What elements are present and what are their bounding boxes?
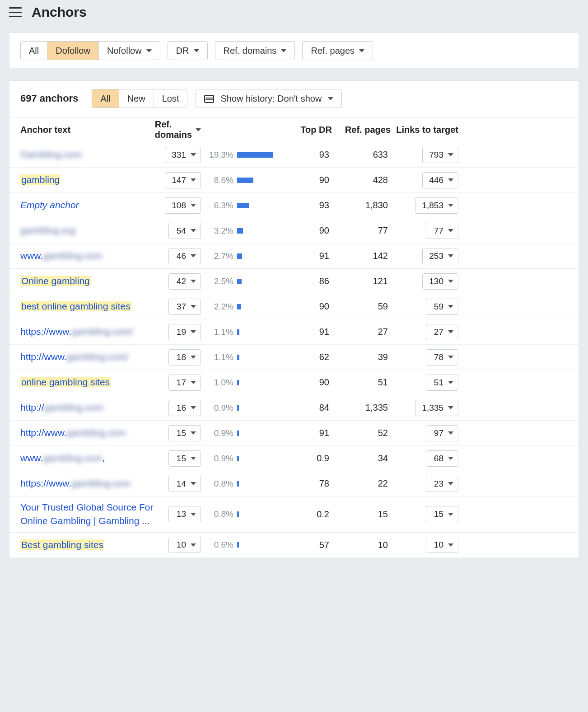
- refdomains-dropdown[interactable]: 13: [168, 506, 201, 522]
- anchor-text[interactable]: https://www.gambling.com/: [20, 326, 133, 337]
- chevron-down-icon: [448, 431, 453, 435]
- refdomains-dropdown[interactable]: 54: [168, 223, 201, 239]
- refdomains-cell: 147: [156, 172, 201, 188]
- links-cell: 793: [391, 147, 458, 163]
- links-dropdown[interactable]: 15: [426, 506, 458, 522]
- links-cell: 59: [391, 299, 458, 315]
- history-label: Show history: Don't show: [220, 94, 322, 104]
- links-dropdown[interactable]: 1,853: [415, 197, 458, 214]
- refdomains-dropdown[interactable]: 147: [165, 172, 201, 188]
- links-dropdown[interactable]: 77: [426, 223, 458, 239]
- chevron-down-icon: [448, 204, 453, 207]
- refdomains-dropdown[interactable]: 10: [168, 537, 201, 553]
- refdomains-dropdown[interactable]: 108: [165, 197, 201, 214]
- links-dropdown[interactable]: 793: [422, 147, 458, 163]
- refpages-value: 10: [332, 540, 391, 550]
- chevron-down-icon: [191, 229, 196, 232]
- links-dropdown[interactable]: 10: [426, 537, 458, 553]
- refdomains-value: 42: [177, 276, 186, 286]
- dr-filter-dropdown[interactable]: DR: [168, 41, 208, 60]
- follow-all-button[interactable]: All: [21, 42, 47, 60]
- anchor-text[interactable]: Gambling.com: [20, 149, 81, 159]
- refdomains-value: 10: [177, 540, 186, 550]
- anchor-text[interactable]: http://gambling.com: [20, 402, 103, 412]
- anchor-text[interactable]: www.gambling.com: [20, 250, 102, 261]
- links-dropdown[interactable]: 1,335: [415, 400, 458, 416]
- refdomains-cell: 15: [156, 425, 201, 441]
- refdomains-dropdown[interactable]: 14: [168, 476, 201, 492]
- col-anchor[interactable]: Anchor text: [20, 125, 156, 135]
- links-dropdown[interactable]: 97: [426, 425, 458, 441]
- table-row: online gambling sites171.0%905151: [9, 370, 579, 395]
- refdomains-bar: [237, 304, 282, 309]
- refdomains-dropdown[interactable]: 331: [165, 147, 201, 163]
- links-dropdown[interactable]: 68: [426, 450, 458, 467]
- refdomains-dropdown[interactable]: 42: [168, 273, 201, 290]
- group-new-button[interactable]: New: [119, 89, 154, 108]
- links-dropdown[interactable]: 23: [426, 476, 458, 492]
- menu-icon[interactable]: [9, 7, 22, 17]
- anchor-text[interactable]: Empty anchor: [20, 200, 79, 210]
- refdomains-dropdown[interactable]: 19: [168, 324, 201, 340]
- topdr-value: 0.2: [282, 509, 332, 520]
- refdomains-dropdown[interactable]: 15: [168, 450, 201, 467]
- refdomains-value: 108: [172, 201, 186, 211]
- links-dropdown[interactable]: 130: [422, 273, 458, 290]
- topdr-value: 90: [282, 175, 332, 185]
- chevron-down-icon: [191, 153, 196, 156]
- refdomains-dropdown[interactable]: 17: [168, 375, 201, 391]
- refdomains-value: 54: [177, 226, 186, 236]
- refdomains-bar: [237, 228, 282, 234]
- refdomains-dropdown[interactable]: 18: [168, 349, 201, 365]
- links-dropdown[interactable]: 78: [426, 349, 458, 365]
- links-dropdown[interactable]: 27: [426, 324, 458, 340]
- anchors-count: 697 anchors: [20, 93, 78, 104]
- links-cell: 23: [391, 476, 458, 492]
- col-refdomains[interactable]: Ref. domains: [156, 119, 201, 140]
- col-links[interactable]: Links to target: [391, 125, 458, 135]
- col-refpages[interactable]: Ref. pages: [332, 125, 391, 135]
- refdomains-value: 14: [177, 479, 186, 489]
- refdomains-pct: 1.1%: [201, 352, 237, 362]
- links-dropdown[interactable]: 59: [426, 299, 458, 315]
- refdomains-dropdown[interactable]: 46: [168, 248, 201, 264]
- refpages-filter-dropdown[interactable]: Ref. pages: [302, 41, 373, 60]
- refdomains-bar: [237, 431, 282, 436]
- anchor-text[interactable]: Your Trusted Global Source For Online Ga…: [20, 502, 154, 526]
- chevron-down-icon: [448, 543, 453, 547]
- refdomains-dropdown[interactable]: 16: [168, 400, 201, 416]
- refdomains-filter-dropdown[interactable]: Ref. domains: [215, 41, 295, 60]
- history-dropdown[interactable]: Show history: Don't show: [196, 89, 342, 108]
- anchor-cell: www.gambling.com: [20, 249, 156, 262]
- anchor-text[interactable]: https://www.gambling.com: [20, 478, 131, 488]
- refdomains-dropdown[interactable]: 37: [168, 299, 201, 315]
- follow-nofollow-button[interactable]: Nofollow: [98, 42, 160, 60]
- chevron-down-icon: [328, 97, 333, 100]
- anchor-text[interactable]: Online gambling: [20, 276, 91, 286]
- topdr-value: 62: [282, 352, 332, 362]
- anchor-text[interactable]: http://www.gambling.com/: [20, 351, 128, 362]
- chevron-down-icon: [448, 356, 453, 359]
- refdomains-pct: 0.6%: [201, 540, 237, 550]
- links-cell: 27: [391, 324, 458, 340]
- group-lost-button[interactable]: Lost: [154, 89, 187, 108]
- anchor-text[interactable]: best online gambling sites: [20, 301, 131, 311]
- links-dropdown[interactable]: 446: [422, 172, 458, 188]
- chevron-down-icon: [191, 406, 196, 409]
- links-dropdown[interactable]: 51: [426, 375, 458, 391]
- refdomains-dropdown[interactable]: 15: [168, 425, 201, 441]
- anchor-text[interactable]: www.gambling.com,: [20, 453, 105, 463]
- anchor-text[interactable]: online gambling sites: [20, 377, 111, 387]
- chevron-down-icon: [448, 330, 453, 333]
- group-all-button[interactable]: All: [92, 89, 118, 108]
- chevron-down-icon: [191, 280, 196, 283]
- anchor-text[interactable]: gambling: [20, 174, 61, 185]
- follow-dofollow-button[interactable]: Dofollow: [47, 42, 98, 60]
- anchor-text[interactable]: gambling.org: [20, 225, 75, 235]
- links-cell: 68: [391, 450, 458, 467]
- col-topdr[interactable]: Top DR: [282, 125, 332, 135]
- anchor-text[interactable]: Best gambling sites: [20, 539, 104, 550]
- anchor-text[interactable]: http://www.gambling.com: [20, 427, 126, 438]
- links-dropdown[interactable]: 253: [422, 248, 458, 264]
- chevron-down-icon: [448, 153, 453, 156]
